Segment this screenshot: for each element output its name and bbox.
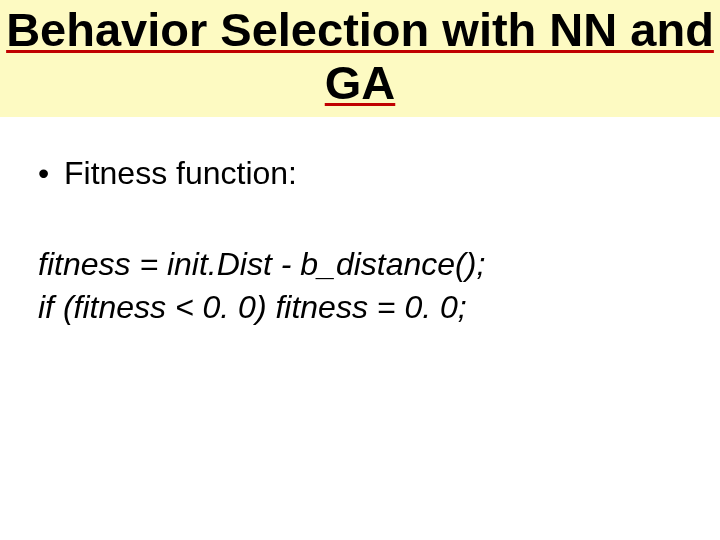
slide-title: Behavior Selection with NN and GA	[6, 4, 714, 109]
bullet-list: Fitness function:	[34, 153, 686, 193]
title-band: Behavior Selection with NN and GA	[0, 0, 720, 117]
code-line: if (fitness < 0. 0) fitness = 0. 0;	[38, 286, 686, 329]
bullet-item: Fitness function:	[34, 153, 686, 193]
slide: Behavior Selection with NN and GA Fitnes…	[0, 0, 720, 540]
code-line: fitness = init.Dist - b_distance();	[38, 243, 686, 286]
code-block: fitness = init.Dist - b_distance(); if (…	[34, 243, 686, 329]
slide-body: Fitness function: fitness = init.Dist - …	[0, 117, 720, 329]
